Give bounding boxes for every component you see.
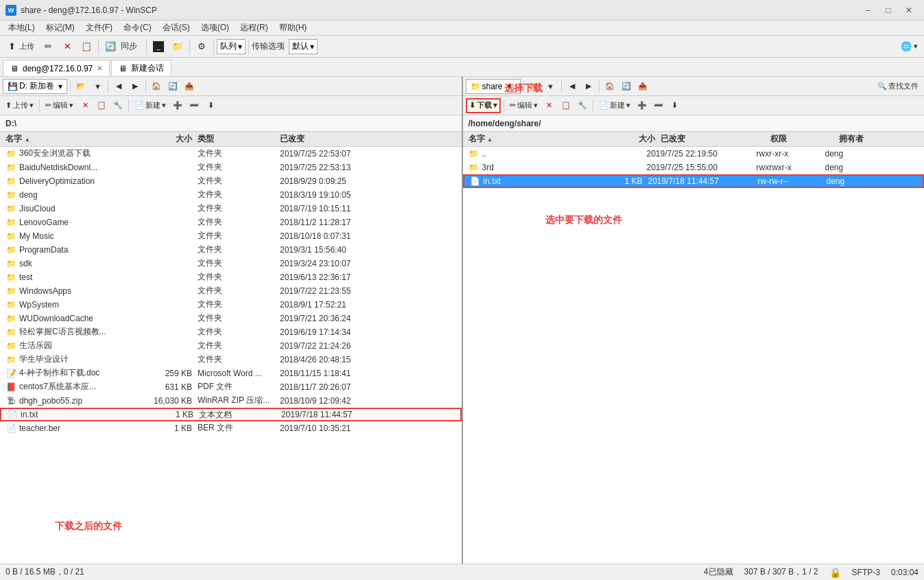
left-file-row[interactable]: 📁 test 文件夹 2019/6/13 22:36:17 — [0, 270, 462, 284]
left-file-row[interactable]: 📝 4-种子制作和下载.doc 259 KB Microsoft Word ..… — [0, 367, 462, 380]
left-file-row[interactable]: 📁 轻松掌握C语言视频教... 文件夹 2019/6/19 17:14:34 — [0, 325, 462, 339]
left-file-row[interactable]: 📁 WpSystem 文件夹 2018/9/1 17:52:21 — [0, 298, 462, 312]
right-add-btn[interactable]: ➕ — [635, 98, 650, 113]
left-file-row[interactable]: 📄 in.txt 1 KB 文本文档 2019/7/18 11:44:57 — [0, 408, 462, 421]
left-file-row[interactable]: 📁 sdk 文件夹 2019/3/24 23:10:07 — [0, 257, 462, 270]
left-file-row[interactable]: 📁 360安全浏览器下载 文件夹 2019/7/25 22:53:07 — [0, 147, 462, 161]
left-file-row[interactable]: 📁 WUDownloadCache 文件夹 2019/7/21 20:36:24 — [0, 312, 462, 325]
right-file-row[interactable]: 📄 in.txt 1 KB 2019/7/18 11:44:57 rw-rw-r… — [463, 174, 925, 188]
left-prop-btn[interactable]: 🔧 — [110, 98, 126, 113]
menu-mark[interactable]: 标记(M) — [40, 21, 80, 35]
left-file-row[interactable]: 📁 JisuCloud 文件夹 2018/7/19 10:15:11 — [0, 202, 462, 216]
left-col-name[interactable]: 名字 ▲ — [3, 133, 140, 145]
right-col-perms[interactable]: 权限 — [768, 133, 836, 145]
toolbar-filemanager-btn[interactable]: 📁 — [169, 38, 187, 56]
left-file-list[interactable]: 📁 360安全浏览器下载 文件夹 2019/7/25 22:53:07 📁 Ba… — [0, 147, 462, 564]
left-upload-btn[interactable]: ⬆ 上传 ▾ — [3, 98, 36, 113]
file-name: WpSystem — [19, 300, 59, 310]
left-file-row[interactable]: 📁 deng 文件夹 2018/3/19 19:10:05 — [0, 188, 462, 202]
right-folder-btn[interactable]: 📂 — [527, 79, 542, 94]
left-file-row[interactable]: 📁 BaiduNetdiskDownl... 文件夹 2019/7/25 22:… — [0, 161, 462, 174]
left-forward-btn[interactable]: ▶ — [128, 79, 143, 94]
left-filter-btn[interactable]: ▼ — [90, 79, 105, 94]
left-delete-btn[interactable]: ✕ — [78, 98, 93, 113]
right-down-btn[interactable]: ⬇ — [667, 98, 683, 113]
close-button[interactable]: ✕ — [899, 3, 919, 17]
right-col-owner[interactable]: 拥有者 — [836, 133, 891, 145]
right-forward-btn[interactable]: ▶ — [581, 79, 596, 94]
left-file-row[interactable]: 🗜 dhgh_pobo55.zip 16,030 KB WinRAR ZIP 压… — [0, 394, 462, 408]
right-edit-btn[interactable]: ✏ 编辑 ▾ — [507, 98, 541, 113]
drive-dropdown[interactable]: 💾 D: 新加卷 ▾ — [3, 79, 67, 94]
right-back-btn[interactable]: ◀ — [565, 79, 580, 94]
right-search-btn[interactable]: 🔍 查找文件 — [875, 79, 921, 94]
menu-session[interactable]: 会话(S) — [157, 21, 196, 35]
left-down-btn[interactable]: ⬇ — [203, 98, 218, 113]
left-col-modified[interactable]: 已改变 — [277, 133, 459, 145]
left-home-btn[interactable]: 🏠 — [149, 79, 164, 94]
menu-help[interactable]: 帮助(H) — [274, 21, 313, 35]
toolbar-delete-btn[interactable]: ✕ — [58, 38, 76, 56]
left-back-btn[interactable]: ◀ — [111, 79, 126, 94]
left-remove-btn[interactable]: ➖ — [187, 98, 202, 113]
left-add-btn[interactable]: ➕ — [170, 98, 185, 113]
left-file-row[interactable]: 📁 DeliveryOptimization 文件夹 2018/9/29 0:0… — [0, 174, 462, 188]
menu-options[interactable]: 选项(O) — [196, 21, 235, 35]
right-col-modified[interactable]: 已改变 — [658, 133, 768, 145]
toolbar-sync-btn[interactable]: 🔄 同步 — [102, 38, 143, 56]
toolbar-properties-btn[interactable]: 📋 — [78, 38, 95, 56]
toolbar-terminal-btn[interactable]: _ — [150, 38, 167, 56]
left-folder-icon-btn[interactable]: 📂 — [73, 79, 88, 94]
right-col-size[interactable]: 大小 — [603, 133, 658, 145]
left-file-row[interactable]: 📁 生活乐园 文件夹 2019/7/22 21:24:26 — [0, 339, 462, 353]
transfer-dropdown[interactable]: 默认 ▾ — [289, 39, 318, 54]
left-file-row[interactable]: 📕 centos7系统基本应... 631 KB PDF 文件 2018/11/… — [0, 380, 462, 394]
left-up-btn[interactable]: 📤 — [182, 79, 197, 94]
menu-command[interactable]: 命令(C) — [118, 21, 157, 35]
tab-session1[interactable]: 🖥 deng@172.16.0.97 ✕ — [3, 60, 110, 76]
left-file-row[interactable]: 📁 学生毕业设计 文件夹 2018/4/26 20:48:15 — [0, 353, 462, 367]
tab-new-session[interactable]: 🖥 新建会话 — [111, 60, 171, 76]
toolbar-config-btn[interactable]: ⚙ — [193, 38, 211, 56]
right-home-btn[interactable]: 🏠 — [602, 79, 617, 94]
window-title: share - deng@172.16.0.97 - WinSCP — [21, 5, 858, 15]
left-col-type[interactable]: 类型 — [195, 133, 277, 145]
right-remove-btn[interactable]: ➖ — [651, 98, 666, 113]
left-file-row[interactable]: 📁 LenovoGame 文件夹 2018/11/2 11:28:17 — [0, 216, 462, 229]
toolbar-upload-btn[interactable]: ⬆ 上传 — [3, 38, 38, 56]
toolbar-globe-btn[interactable]: 🌐 ▾ — [897, 38, 921, 56]
menu-file[interactable]: 文件(F) — [80, 21, 118, 35]
right-copy-btn[interactable]: 📋 — [558, 98, 573, 113]
right-file-list[interactable]: 📁 .. 2019/7/25 22:19:50 rwxr-xr-x deng 📁… — [463, 147, 925, 564]
right-file-row[interactable]: 📁 3rd 2019/7/25 15:55:00 rwxrwxr-x deng — [463, 161, 925, 174]
right-download-btn[interactable]: ⬇ 下载 ▾ — [466, 98, 501, 113]
menu-remote[interactable]: 远程(R) — [235, 21, 274, 35]
file-modified: 2019/3/1 15:56:40 — [277, 245, 459, 255]
left-file-row[interactable]: 📁 WindowsApps 文件夹 2019/7/22 21:23:55 — [0, 284, 462, 298]
minimize-button[interactable]: – — [858, 3, 877, 17]
left-new-btn[interactable]: 📄 新建 ▾ — [132, 98, 169, 113]
left-file-row[interactable]: 📁 My Music 文件夹 2018/10/18 0:07:31 — [0, 229, 462, 243]
left-edit-btn[interactable]: ✏ 编辑 ▾ — [43, 98, 76, 113]
left-col-size[interactable]: 大小 — [140, 133, 195, 145]
file-type: 文件夹 — [195, 353, 277, 365]
maximize-button[interactable]: □ — [879, 3, 898, 17]
right-refresh-btn[interactable]: 🔄 — [619, 79, 634, 94]
right-delete-btn[interactable]: ✕ — [542, 98, 557, 113]
right-col-name[interactable]: 名字 ▲ — [466, 133, 603, 145]
left-file-row[interactable]: 📁 ProgramData 文件夹 2019/3/1 15:56:40 — [0, 243, 462, 257]
right-new-btn[interactable]: 📄 新建 ▾ — [596, 98, 633, 113]
right-file-row[interactable]: 📁 .. 2019/7/25 22:19:50 rwxr-xr-x deng — [463, 147, 925, 161]
tab-session1-close[interactable]: ✕ — [97, 65, 102, 72]
file-modified: 2018/7/19 10:15:11 — [277, 204, 459, 213]
menu-local[interactable]: 本地(L) — [3, 21, 40, 35]
right-filter-btn[interactable]: ▼ — [543, 79, 558, 94]
right-up-btn[interactable]: 📤 — [635, 79, 650, 94]
toolbar-edit-btn[interactable]: ✏ — [39, 38, 57, 56]
left-copy-btn[interactable]: 📋 — [94, 98, 109, 113]
left-file-row[interactable]: 📄 teacher.ber 1 KB BER 文件 2019/7/10 10:3… — [0, 421, 462, 435]
left-refresh-btn[interactable]: 🔄 — [165, 79, 180, 94]
queue-dropdown[interactable]: 队列 ▾ — [217, 39, 246, 54]
right-path-dropdown[interactable]: 📁 share ▾ — [466, 79, 521, 94]
right-prop-btn[interactable]: 🔧 — [575, 98, 590, 113]
